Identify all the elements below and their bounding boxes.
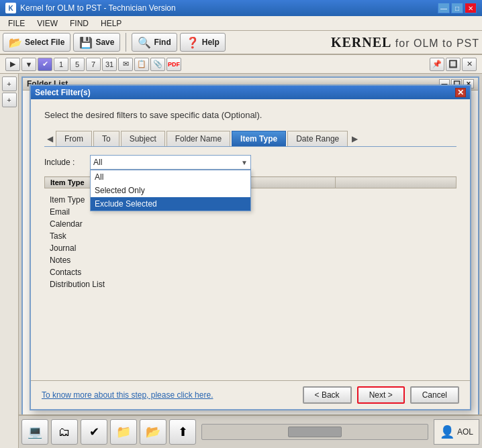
select-file-button[interactable]: 📂 Select File	[3, 33, 70, 52]
col-empty-2	[336, 177, 456, 188]
tab-from[interactable]: From	[56, 131, 92, 146]
brand-logo: KERNEL for OLM to PST	[331, 35, 479, 50]
include-dropdown-menu[interactable]: All Selected Only Exclude Selected	[90, 170, 251, 211]
taskbar: 💻 🗂 ✔ 📁 📂 ⬆ 👤 AOL	[19, 414, 482, 448]
tb2-btn-31[interactable]: 31	[102, 58, 117, 71]
back-button[interactable]: < Back	[303, 386, 352, 404]
tab-date-range[interactable]: Date Range	[287, 131, 348, 146]
include-row: Include : All ▼ All Selected Only Exclud…	[44, 155, 456, 170]
title-bar-left: K Kernel for OLM to PST - Technician Ver…	[5, 3, 176, 13]
close-button[interactable]: ✕	[465, 3, 477, 13]
tb2-btn-check[interactable]: ✔	[38, 58, 52, 71]
aol-icon: 👤	[440, 425, 454, 439]
menu-view[interactable]: VIEW	[32, 17, 63, 30]
window-title: Kernel for OLM to PST - Technician Versi…	[20, 3, 176, 13]
menu-file[interactable]: FILE	[3, 17, 30, 30]
tb2-btn-attach[interactable]: 📎	[150, 58, 165, 71]
tab-folder-name[interactable]: Folder Name	[166, 131, 230, 146]
dialog-title: Select Filter(s)	[35, 88, 91, 97]
dropdown-option-exclude-selected[interactable]: Exclude Selected	[91, 197, 250, 211]
find-button[interactable]: 🔍 Find	[132, 33, 177, 52]
cancel-button[interactable]: Cancel	[410, 386, 459, 404]
select-file-icon: 📂	[9, 36, 22, 49]
maximize-button[interactable]: □	[451, 3, 463, 13]
select-current-value: All	[93, 158, 102, 167]
taskbar-btn-2[interactable]: 🗂	[51, 419, 78, 445]
tab-item-type[interactable]: Item Type	[232, 131, 286, 146]
content-area: Folder List — 🔲 ✕ Select Filter(s) ✕ Sel…	[19, 74, 482, 448]
save-icon: 💾	[79, 36, 93, 49]
dialog-buttons: < Back Next > Cancel	[303, 386, 459, 404]
menu-help[interactable]: HELP	[95, 17, 127, 30]
scroll-thumb	[288, 427, 342, 437]
tb2-btn-7[interactable]: 7	[86, 58, 101, 71]
save-button[interactable]: 💾 Save	[73, 33, 120, 52]
tabs-row: ◀ From To Subject Folder Name Item Type …	[44, 131, 456, 147]
item-row-contacts[interactable]: Contacts	[44, 266, 456, 278]
tb2-btn-mail[interactable]: ✉	[118, 58, 133, 71]
item-row-notes[interactable]: Notes	[44, 254, 456, 266]
tb2-btn-pin[interactable]: 📌	[430, 58, 444, 71]
taskbar-btn-6[interactable]: ⬆	[169, 419, 196, 445]
toolbar2: ▶ ▼ ✔ 1 5 7 31 ✉ 📋 📎 PDF 📌 🔲 ✕	[0, 55, 482, 74]
folder-list-panel: Folder List — 🔲 ✕ Select Filter(s) ✕ Sel…	[21, 76, 479, 445]
tb2-btn-pdf[interactable]: PDF	[166, 58, 181, 71]
sidebar-item-1[interactable]: +	[2, 76, 17, 91]
help-icon: ❓	[186, 36, 199, 49]
item-row-journal[interactable]: Journal	[44, 242, 456, 254]
window-controls: — □ ✕	[438, 3, 477, 13]
sidebar-item-2[interactable]: +	[2, 93, 17, 107]
menu-bar: FILE VIEW FIND HELP	[0, 16, 482, 31]
find-icon: 🔍	[138, 36, 151, 49]
include-label: Include :	[44, 158, 85, 167]
taskbar-btn-3[interactable]: ✔	[81, 419, 107, 445]
tb2-btn-refresh[interactable]: ▶	[5, 58, 20, 71]
sidebar: + +	[0, 74, 19, 448]
tb2-btn-dropdown[interactable]: ▼	[21, 58, 36, 71]
title-bar: K Kernel for OLM to PST - Technician Ver…	[0, 0, 482, 16]
scroll-bar[interactable]	[201, 424, 428, 440]
item-row-distribution-list[interactable]: Distribution List	[44, 278, 456, 290]
main-area: + + Folder List — 🔲 ✕ Select Filter(s) ✕	[0, 74, 482, 448]
tb2-btn-1[interactable]: 1	[54, 58, 68, 71]
tb2-btn-5[interactable]: 5	[70, 58, 85, 71]
dialog-close-button[interactable]: ✕	[455, 88, 466, 97]
select-arrow-icon: ▼	[241, 159, 248, 166]
tab-left-arrow[interactable]: ◀	[44, 134, 56, 144]
include-select[interactable]: All ▼	[90, 155, 251, 170]
item-row-task[interactable]: Task	[44, 230, 456, 242]
dialog-body: Select the desired filters to save speci…	[31, 99, 470, 301]
minimize-button[interactable]: —	[438, 3, 450, 13]
tb2-btn-restore[interactable]: 🔲	[446, 58, 461, 71]
item-row-calendar[interactable]: Calendar	[44, 218, 456, 230]
next-button[interactable]: Next >	[357, 386, 405, 404]
taskbar-btn-4[interactable]: 📁	[110, 419, 137, 445]
menu-find[interactable]: FIND	[64, 17, 94, 30]
aol-label: AOL	[457, 427, 473, 437]
dialog-bottom-bar: To know more about this step, please cli…	[31, 380, 470, 409]
tab-right-arrow[interactable]: ▶	[349, 134, 360, 144]
include-select-wrapper: All ▼ All Selected Only Exclude Selected	[90, 155, 251, 170]
tb2-btn-close-panel[interactable]: ✕	[462, 58, 477, 71]
select-filters-dialog: Select Filter(s) ✕ Select the desired fi…	[30, 85, 471, 410]
taskbar-btn-1[interactable]: 💻	[21, 419, 48, 445]
tb2-btn-clip[interactable]: 📋	[134, 58, 149, 71]
dropdown-option-all[interactable]: All	[91, 170, 250, 184]
tab-to[interactable]: To	[93, 131, 119, 146]
app-icon: K	[5, 3, 16, 13]
dialog-description: Select the desired filters to save speci…	[44, 110, 456, 120]
dialog-title-bar: Select Filter(s) ✕	[31, 86, 470, 99]
aol-section: 👤 AOL	[434, 419, 479, 445]
tab-subject[interactable]: Subject	[121, 131, 165, 146]
help-button[interactable]: ❓ Help	[180, 33, 226, 52]
learn-more-link[interactable]: To know more about this step, please cli…	[42, 390, 213, 400]
toolbar: 📂 Select File 💾 Save 🔍 Find ❓ Help KERNE…	[0, 31, 482, 55]
taskbar-btn-5[interactable]: 📂	[140, 419, 166, 445]
dropdown-option-selected-only[interactable]: Selected Only	[91, 184, 250, 197]
